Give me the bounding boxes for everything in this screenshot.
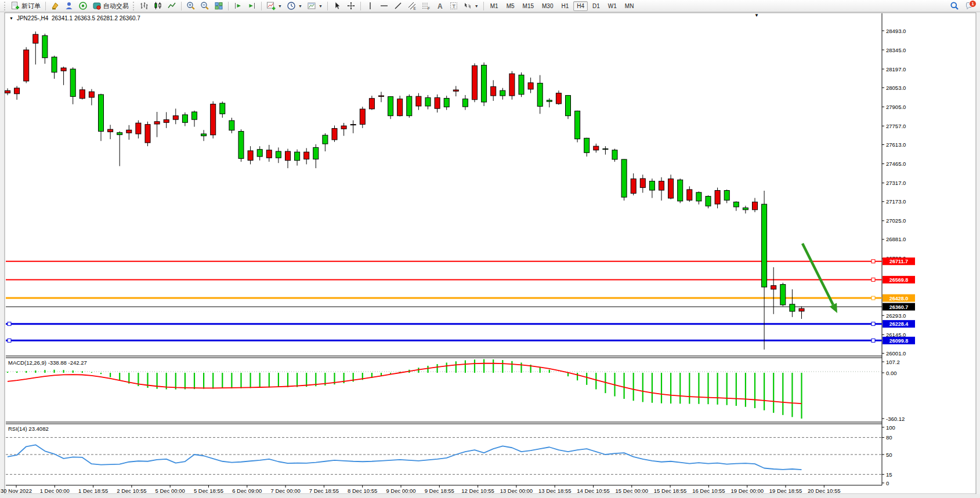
search-button[interactable] (948, 1, 961, 12)
templates-button[interactable]: ▼ (305, 1, 325, 12)
line-handle[interactable] (871, 322, 875, 326)
horizontal-line-button[interactable] (377, 1, 391, 12)
line-handle[interactable] (8, 322, 11, 326)
line-handle[interactable] (871, 260, 875, 263)
chart-shift-button[interactable] (245, 1, 259, 12)
time-tick-label: 7 Dec 00:00 (270, 488, 300, 494)
line-handle[interactable] (8, 339, 11, 342)
fibonacci-button[interactable]: F (419, 1, 433, 12)
price-tick-label: 26293.0 (886, 312, 906, 319)
candle-body (229, 121, 234, 130)
text-label-button[interactable]: T (447, 1, 461, 12)
cursor-button[interactable] (330, 1, 344, 12)
time-tick-label: 13 Dec 00:00 (500, 488, 533, 494)
symbol-timeframe: JPN225-,H4 (17, 15, 48, 21)
candle-body (594, 146, 599, 150)
bar-chart-button[interactable] (137, 1, 151, 12)
price-tick-label: 28493.0 (886, 28, 906, 34)
timeframe-mn[interactable]: MN (621, 1, 638, 11)
candle-body (500, 90, 505, 96)
time-tick-label: 2 Dec 10:55 (117, 488, 146, 494)
candle-body (537, 83, 543, 106)
time-tick-label: 9 Dec 00:00 (386, 488, 415, 494)
candle-body (696, 192, 701, 201)
candle-body (566, 96, 571, 116)
candle-body (295, 152, 300, 161)
candle-body (70, 69, 75, 96)
line-handle[interactable] (871, 339, 875, 342)
tile-windows-button[interactable] (212, 1, 226, 12)
line-chart-button[interactable] (165, 1, 179, 12)
candle-body (248, 151, 253, 161)
candle-body (444, 99, 449, 107)
candle-body (15, 88, 20, 94)
auto-scroll-button[interactable] (231, 1, 245, 12)
timeframe-h4[interactable]: H4 (573, 1, 588, 11)
toolbar-right-group: 1 (948, 1, 978, 12)
crosshair-button[interactable] (344, 1, 358, 12)
timeframe-m5[interactable]: M5 (503, 1, 518, 11)
separator (327, 2, 328, 10)
price-tick-label: 27757.0 (886, 123, 906, 129)
timeframe-d1[interactable]: D1 (589, 1, 603, 11)
price-tick-label: 26001.0 (886, 350, 906, 357)
symbol-dropdown-icon[interactable]: ▼ (9, 16, 13, 20)
arrows-button[interactable]: ▼ (461, 1, 481, 12)
templates-icon (307, 1, 316, 10)
chat-button[interactable]: 1 (965, 1, 974, 10)
candlestick-chart-button[interactable] (151, 1, 165, 12)
indicators-icon (266, 1, 276, 10)
candle-body (482, 65, 487, 102)
market-watch-button[interactable] (48, 1, 62, 12)
candle-body (453, 90, 458, 91)
timeframe-m1[interactable]: M1 (487, 1, 502, 11)
price-badge-label: 26711.7 (889, 259, 908, 264)
trendline-button[interactable] (391, 1, 405, 12)
label-icon: T (449, 1, 458, 10)
fibonacci-icon: F (421, 1, 431, 10)
candle-body (285, 151, 291, 161)
timeframe-h1[interactable]: H1 (558, 1, 572, 11)
timeframe-w1[interactable]: W1 (605, 1, 620, 11)
vertical-line-button[interactable] (363, 1, 377, 12)
indicators-button[interactable]: ▼ (264, 1, 284, 12)
zoom-in-button[interactable] (184, 1, 198, 12)
candle-body (678, 180, 683, 201)
candle-body (173, 116, 178, 119)
periods-button[interactable]: ▼ (284, 1, 305, 12)
chart-candles-icon (153, 1, 162, 10)
zoom-out-button[interactable] (198, 1, 212, 12)
candle-body (575, 111, 580, 139)
candle-body (603, 149, 608, 150)
price-badge-label: 26428.0 (889, 296, 909, 301)
candle-body (715, 191, 720, 204)
macd-axis-label: -360.12 (886, 416, 905, 422)
candle-body (621, 159, 627, 197)
separator (261, 2, 262, 10)
text-button[interactable]: A (433, 1, 447, 12)
auto-trading-button[interactable]: 自动交易 (90, 1, 131, 12)
candle-body (547, 100, 552, 101)
line-handle[interactable] (871, 296, 875, 300)
candle-body (462, 99, 468, 107)
time-tick-label: 16 Dec 10:55 (692, 488, 725, 494)
chart-canvas[interactable]: 28493.028345.028197.028053.027905.027757… (0, 0, 980, 498)
new-order-button[interactable]: 新订单 (8, 1, 43, 12)
candle-body (790, 304, 795, 311)
bottom-resize-strip[interactable] (0, 494, 980, 498)
candle-body (472, 66, 478, 99)
signals-button[interactable] (76, 1, 90, 12)
line-handle[interactable] (871, 278, 875, 281)
window-menu-marker[interactable]: ▼ (754, 13, 759, 18)
crosshair-icon (346, 1, 356, 10)
candle-body (79, 90, 85, 99)
profiles-button[interactable] (62, 1, 76, 12)
timeframe-m30[interactable]: M30 (538, 1, 556, 11)
channel-button[interactable]: E (405, 1, 419, 12)
time-tick-label: 6 Dec 09:00 (232, 488, 262, 494)
separator (181, 2, 182, 10)
timeframe-m15[interactable]: M15 (519, 1, 537, 11)
search-icon (950, 1, 959, 10)
channel-icon: E (407, 1, 417, 10)
candle-body (350, 125, 356, 125)
